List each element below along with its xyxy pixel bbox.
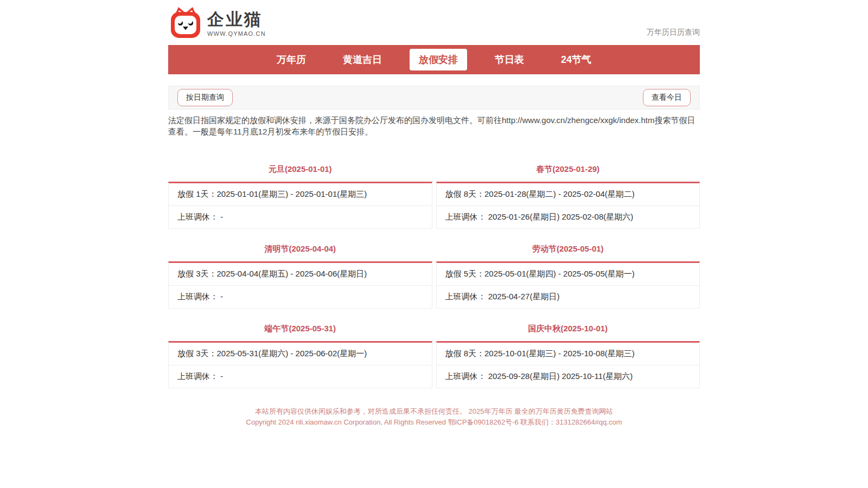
holiday-card-guoqingzhongqiu: 国庆中秋(2025-10-01) 放假 8天：2025-10-01(星期三) -… bbox=[436, 324, 700, 388]
workday-adjust-row: 上班调休： - bbox=[169, 206, 432, 228]
holiday-title: 国庆中秋(2025-10-01) bbox=[436, 324, 700, 334]
brand-name: 企业猫 bbox=[207, 10, 266, 29]
workday-adjust-row: 上班调休： - bbox=[169, 365, 432, 388]
holiday-title: 清明节(2025-04-04) bbox=[168, 244, 432, 254]
site-logo[interactable]: 企业猫 WWW.QYMAO.CN bbox=[168, 6, 266, 41]
tab-jieribiao[interactable]: 节日表 bbox=[486, 49, 533, 70]
toolbar: 按日期查询 查看今日 bbox=[168, 86, 700, 110]
holiday-description: 法定假日指国家规定的放假和调休安排，来源于国务院办公厅发布的国办发明电文件。可前… bbox=[168, 114, 700, 137]
view-today-button[interactable]: 查看今日 bbox=[643, 89, 691, 106]
tab-wannianli[interactable]: 万年历 bbox=[267, 49, 315, 70]
site-header: 企业猫 WWW.QYMAO.CN 万年历日历查询 bbox=[168, 0, 700, 45]
vacation-row: 放假 3天：2025-05-31(星期六) - 2025-06-02(星期一) bbox=[169, 343, 432, 365]
holiday-card-laodong: 劳动节(2025-05-01) 放假 5天：2025-05-01(星期四) - … bbox=[436, 244, 700, 309]
tab-24jieqi[interactable]: 24节气 bbox=[552, 49, 601, 70]
vacation-row: 放假 8天：2025-10-01(星期三) - 2025-10-08(星期三) bbox=[437, 343, 700, 365]
holiday-card-yuandan: 元旦(2025-01-01) 放假 1天：2025-01-01(星期三) - 2… bbox=[168, 164, 432, 229]
holiday-table: 放假 8天：2025-10-01(星期三) - 2025-10-08(星期三) … bbox=[436, 341, 700, 388]
workday-adjust-row: 上班调休： - bbox=[169, 285, 432, 308]
brand-url: WWW.QYMAO.CN bbox=[207, 30, 266, 37]
holiday-title: 元旦(2025-01-01) bbox=[168, 164, 432, 175]
cat-logo-icon bbox=[168, 6, 203, 41]
holiday-table: 放假 8天：2025-01-28(星期二) - 2025-02-04(星期二) … bbox=[436, 182, 700, 229]
vacation-row: 放假 8天：2025-01-28(星期二) - 2025-02-04(星期二) bbox=[437, 183, 700, 206]
holiday-table: 放假 3天：2025-04-04(星期五) - 2025-04-06(星期日) … bbox=[168, 261, 432, 309]
workday-adjust-row: 上班调休： 2025-04-27(星期日) bbox=[437, 285, 700, 308]
holiday-title: 劳动节(2025-05-01) bbox=[436, 244, 700, 254]
holiday-table: 放假 3天：2025-05-31(星期六) - 2025-06-02(星期一) … bbox=[168, 341, 432, 388]
main-nav: 万年历 黄道吉日 放假安排 节日表 24节气 bbox=[168, 45, 700, 74]
vacation-row: 放假 3天：2025-04-04(星期五) - 2025-04-06(星期日) bbox=[169, 263, 432, 285]
workday-adjust-row: 上班调休： 2025-01-26(星期日) 2025-02-08(星期六) bbox=[437, 206, 700, 228]
tab-fangjiaanpai[interactable]: 放假安排 bbox=[410, 49, 467, 70]
vacation-row: 放假 5天：2025-05-01(星期四) - 2025-05-05(星期一) bbox=[437, 263, 700, 285]
holiday-card-chunjie: 春节(2025-01-29) 放假 8天：2025-01-28(星期二) - 2… bbox=[436, 164, 700, 229]
vacation-row: 放假 1天：2025-01-01(星期三) - 2025-01-01(星期三) bbox=[169, 183, 432, 206]
holiday-table: 放假 5天：2025-05-01(星期四) - 2025-05-05(星期一) … bbox=[436, 261, 700, 309]
workday-adjust-row: 上班调休： 2025-09-28(星期日) 2025-10-11(星期六) bbox=[437, 365, 700, 388]
page-footer: 本站所有内容仅供休闲娱乐和参考，对所造成后果不承担任何责任。 2025年万年历 … bbox=[168, 406, 700, 428]
query-by-date-button[interactable]: 按日期查询 bbox=[177, 89, 233, 106]
footer-disclaimer: 本站所有内容仅供休闲娱乐和参考，对所造成后果不承担任何责任。 2025年万年历 … bbox=[168, 406, 700, 417]
holiday-title: 端午节(2025-05-31) bbox=[168, 324, 432, 334]
holiday-cards-grid: 元旦(2025-01-01) 放假 1天：2025-01-01(星期三) - 2… bbox=[168, 164, 700, 388]
holiday-table: 放假 1天：2025-01-01(星期三) - 2025-01-01(星期三) … bbox=[168, 182, 432, 229]
footer-copyright: Copyright 2024 rili.xiaomaw.cn Corporati… bbox=[168, 417, 700, 428]
tab-huangdaojiri[interactable]: 黄道吉日 bbox=[334, 49, 391, 70]
holiday-title: 春节(2025-01-29) bbox=[436, 164, 700, 175]
site-tagline: 万年历日历查询 bbox=[647, 28, 700, 41]
holiday-card-qingming: 清明节(2025-04-04) 放假 3天：2025-04-04(星期五) - … bbox=[168, 244, 432, 309]
holiday-card-duanwu: 端午节(2025-05-31) 放假 3天：2025-05-31(星期六) - … bbox=[168, 324, 432, 388]
